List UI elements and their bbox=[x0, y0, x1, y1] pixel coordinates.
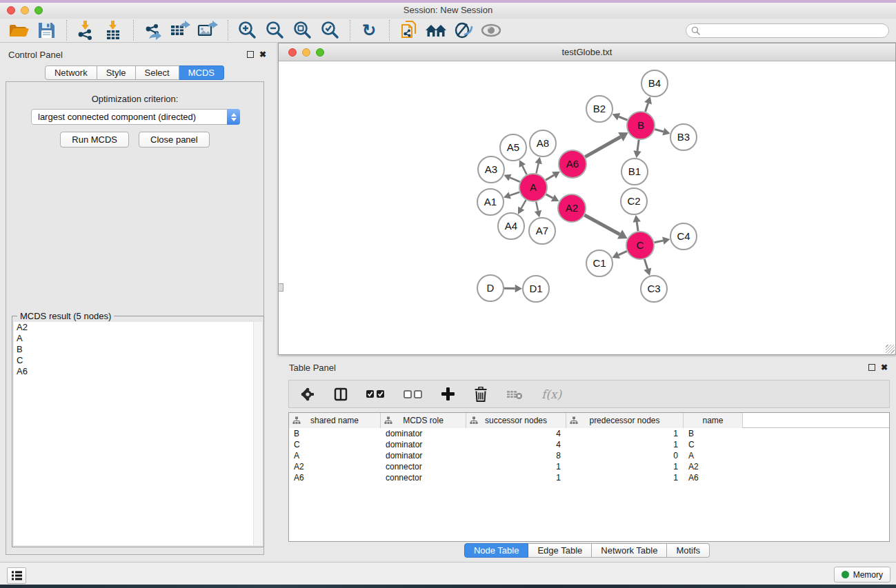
graph-edge-C-C2[interactable] bbox=[633, 215, 641, 231]
graph-edge-A-A6[interactable] bbox=[546, 172, 560, 180]
table-cell[interactable]: 1 bbox=[566, 428, 684, 439]
table-cell[interactable]: 4 bbox=[466, 428, 566, 439]
window-resize-grip[interactable] bbox=[886, 345, 895, 354]
network-canvas[interactable]: B4B2BB3A5A8A6A3B1AA1C2A2A4A7C4CC1C3DD1 bbox=[279, 61, 895, 354]
delete-table-icon[interactable] bbox=[506, 389, 523, 400]
table-cell[interactable]: A6 bbox=[289, 472, 381, 483]
tab-style[interactable]: Style bbox=[97, 65, 136, 80]
graph-edge-A6-B[interactable] bbox=[585, 132, 628, 157]
tab-select[interactable]: Select bbox=[136, 65, 179, 80]
graph-edge-B-B3[interactable] bbox=[655, 128, 670, 135]
function-builder-icon[interactable]: f(x) bbox=[541, 387, 561, 401]
table-cell[interactable]: dominator bbox=[381, 450, 466, 461]
window-edge-grip[interactable] bbox=[278, 283, 283, 292]
graph-node-B2[interactable]: B2 bbox=[586, 96, 613, 122]
table-cell[interactable]: C bbox=[684, 439, 743, 450]
export-image-icon[interactable] bbox=[196, 20, 219, 41]
graph-node-B[interactable]: B bbox=[627, 112, 655, 139]
table-row[interactable]: A2connector11A2 bbox=[289, 461, 889, 472]
table-cell[interactable]: A2 bbox=[289, 461, 381, 472]
table-cell[interactable]: C bbox=[289, 439, 381, 450]
graph-edge-A-A4[interactable] bbox=[518, 200, 526, 214]
table-cell[interactable]: 1 bbox=[566, 472, 684, 483]
graph-node-A5[interactable]: A5 bbox=[500, 134, 526, 161]
table-cell[interactable]: B bbox=[289, 428, 381, 439]
table-cell[interactable]: A bbox=[289, 450, 381, 461]
float-table-panel-icon[interactable] bbox=[868, 364, 875, 371]
eye-icon[interactable] bbox=[479, 20, 503, 41]
import-table-icon[interactable] bbox=[101, 20, 125, 41]
graph-edge-C-C1[interactable] bbox=[612, 251, 626, 258]
table-cell[interactable]: 4 bbox=[466, 439, 566, 450]
task-history-button[interactable] bbox=[7, 567, 26, 584]
unselect-all-columns-icon[interactable] bbox=[404, 389, 422, 398]
graph-edge-A-A8[interactable] bbox=[535, 157, 542, 174]
table-row[interactable]: Bdominator41B bbox=[289, 428, 889, 439]
graph-edge-A-A1[interactable] bbox=[504, 192, 519, 199]
tab-node-table[interactable]: Node Table bbox=[464, 543, 529, 558]
zoom-selected-icon[interactable] bbox=[318, 20, 341, 41]
table-cell[interactable]: 8 bbox=[466, 450, 566, 461]
graph-node-D[interactable]: D bbox=[477, 275, 504, 301]
zoom-in-icon[interactable] bbox=[235, 20, 259, 41]
column-header-MCDS-role[interactable]: MCDS role bbox=[381, 413, 466, 428]
home-view-icon[interactable] bbox=[424, 20, 448, 41]
mcds-result-item[interactable]: C bbox=[14, 355, 253, 366]
graph-edge-A-A3[interactable] bbox=[504, 174, 519, 182]
graph-node-A7[interactable]: A7 bbox=[529, 218, 555, 244]
column-header-predecessor-nodes[interactable]: predecessor nodes bbox=[566, 413, 684, 428]
graph-edge-C-C4[interactable] bbox=[655, 237, 670, 245]
graph-node-C2[interactable]: C2 bbox=[621, 188, 647, 214]
tab-mcds[interactable]: MCDS bbox=[179, 65, 224, 80]
table-cell[interactable]: B bbox=[684, 428, 743, 439]
graph-node-A4[interactable]: A4 bbox=[498, 213, 524, 239]
float-panel-icon[interactable] bbox=[247, 51, 254, 58]
delete-column-icon[interactable] bbox=[474, 387, 488, 402]
zoom-fit-icon[interactable] bbox=[290, 20, 314, 41]
table-row[interactable]: A6connector11A6 bbox=[289, 472, 889, 483]
export-table-icon[interactable] bbox=[168, 20, 192, 41]
criterion-select[interactable]: largest connected component (directed) bbox=[31, 109, 240, 125]
show-columns-icon[interactable] bbox=[334, 387, 348, 401]
table-cell[interactable]: 1 bbox=[566, 461, 684, 472]
graph-node-C1[interactable]: C1 bbox=[586, 250, 613, 276]
tab-network-table[interactable]: Network Table bbox=[592, 543, 667, 558]
table-cell[interactable]: 0 bbox=[566, 450, 684, 461]
table-cell[interactable]: connector bbox=[381, 472, 466, 483]
graph-node-A3[interactable]: A3 bbox=[478, 156, 504, 183]
graph-node-A6[interactable]: A6 bbox=[559, 150, 586, 178]
close-panel-icon[interactable]: ✖ bbox=[259, 51, 266, 58]
table-cell[interactable]: connector bbox=[381, 461, 466, 472]
table-cell[interactable]: dominator bbox=[381, 439, 466, 450]
close-table-panel-icon[interactable]: ✖ bbox=[881, 364, 888, 371]
tab-network[interactable]: Network bbox=[45, 65, 97, 80]
graph-edge-A2-C[interactable] bbox=[584, 215, 627, 239]
table-row[interactable]: Cdominator41C bbox=[289, 439, 889, 450]
tab-edge-table[interactable]: Edge Table bbox=[528, 543, 592, 558]
table-cell[interactable]: A6 bbox=[684, 472, 743, 483]
table-cell[interactable]: 1 bbox=[466, 461, 566, 472]
network-window-titlebar[interactable]: testGlobe.txt bbox=[279, 43, 895, 61]
table-row[interactable]: Adominator80A bbox=[289, 450, 889, 461]
column-header-name[interactable]: name bbox=[684, 413, 743, 428]
close-panel-button[interactable]: Close panel bbox=[139, 132, 210, 148]
mcds-result-item[interactable]: A6 bbox=[14, 366, 253, 377]
run-mcds-button[interactable]: Run MCDS bbox=[60, 132, 129, 148]
graph-node-C[interactable]: C bbox=[626, 232, 654, 259]
graph-node-A1[interactable]: A1 bbox=[477, 189, 504, 215]
table-cell[interactable]: A bbox=[684, 450, 743, 461]
search-input[interactable] bbox=[686, 23, 889, 38]
open-session-icon[interactable] bbox=[7, 20, 30, 41]
new-network-from-selection-icon[interactable] bbox=[397, 20, 420, 41]
memory-button[interactable]: Memory bbox=[834, 567, 890, 582]
save-session-icon[interactable] bbox=[34, 20, 58, 41]
graph-node-C4[interactable]: C4 bbox=[670, 223, 697, 250]
table-settings-icon[interactable] bbox=[300, 387, 315, 402]
graph-edge-C-C3[interactable] bbox=[644, 259, 651, 276]
table-cell[interactable]: A2 bbox=[684, 461, 743, 472]
graph-edge-B-B1[interactable] bbox=[633, 140, 641, 158]
graph-edge-A-A5[interactable] bbox=[519, 160, 527, 174]
select-all-columns-icon[interactable] bbox=[366, 389, 385, 398]
zoom-out-icon[interactable] bbox=[263, 20, 286, 41]
column-header-shared-name[interactable]: shared name bbox=[289, 413, 381, 428]
